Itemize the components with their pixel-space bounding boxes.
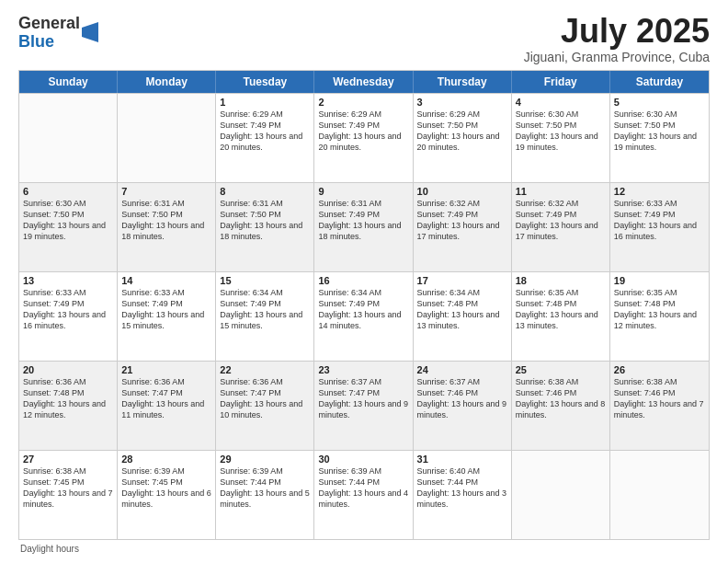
day-number: 27 (23, 454, 113, 465)
calendar-body: 1Sunrise: 6:29 AM Sunset: 7:49 PM Daylig… (19, 93, 709, 539)
day-info: Sunrise: 6:39 AM Sunset: 7:45 PM Dayligh… (121, 465, 211, 511)
day-cell-28: 28Sunrise: 6:39 AM Sunset: 7:45 PM Dayli… (118, 451, 216, 539)
day-info: Sunrise: 6:30 AM Sunset: 7:50 PM Dayligh… (23, 198, 113, 243)
day-info: Sunrise: 6:31 AM Sunset: 7:49 PM Dayligh… (318, 198, 408, 243)
header: General Blue July 2025 Jiguani, Granma P… (18, 15, 710, 64)
day-info: Sunrise: 6:32 AM Sunset: 7:49 PM Dayligh… (516, 198, 606, 243)
calendar-header: SundayMondayTuesdayWednesdayThursdayFrid… (19, 71, 709, 93)
day-number: 22 (220, 364, 310, 375)
day-number: 10 (417, 186, 507, 197)
location: Jiguani, Granma Province, Cuba (524, 50, 710, 64)
month-title: July 2025 (524, 15, 710, 48)
day-cell-5: 5Sunrise: 6:30 AM Sunset: 7:50 PM Daylig… (610, 94, 709, 182)
day-cell-19: 19Sunrise: 6:35 AM Sunset: 7:48 PM Dayli… (610, 272, 709, 361)
header-day-sunday: Sunday (19, 71, 118, 93)
day-info: Sunrise: 6:38 AM Sunset: 7:46 PM Dayligh… (516, 376, 606, 421)
logo-general: General (18, 15, 80, 33)
day-cell-15: 15Sunrise: 6:34 AM Sunset: 7:49 PM Dayli… (216, 272, 314, 361)
day-number: 18 (516, 275, 606, 286)
day-number: 15 (220, 275, 310, 286)
day-cell-25: 25Sunrise: 6:38 AM Sunset: 7:46 PM Dayli… (512, 362, 610, 450)
day-number: 9 (318, 186, 408, 197)
day-cell-3: 3Sunrise: 6:29 AM Sunset: 7:50 PM Daylig… (414, 94, 512, 182)
day-info: Sunrise: 6:36 AM Sunset: 7:47 PM Dayligh… (220, 376, 310, 421)
header-day-wednesday: Wednesday (314, 71, 413, 93)
day-number: 17 (417, 275, 507, 286)
day-cell-1: 1Sunrise: 6:29 AM Sunset: 7:49 PM Daylig… (216, 94, 314, 182)
logo-icon (82, 22, 98, 42)
day-number: 19 (614, 275, 705, 286)
day-info: Sunrise: 6:37 AM Sunset: 7:47 PM Dayligh… (318, 376, 408, 421)
day-number: 14 (121, 275, 211, 286)
day-number: 16 (318, 275, 408, 286)
day-cell-empty (610, 451, 709, 539)
day-cell-11: 11Sunrise: 6:32 AM Sunset: 7:49 PM Dayli… (512, 183, 610, 271)
day-info: Sunrise: 6:35 AM Sunset: 7:48 PM Dayligh… (516, 287, 606, 332)
day-info: Sunrise: 6:39 AM Sunset: 7:44 PM Dayligh… (220, 465, 310, 511)
day-cell-13: 13Sunrise: 6:33 AM Sunset: 7:49 PM Dayli… (19, 272, 118, 361)
day-info: Sunrise: 6:40 AM Sunset: 7:44 PM Dayligh… (417, 465, 507, 511)
day-number: 3 (417, 97, 507, 108)
day-number: 12 (614, 186, 705, 197)
day-cell-4: 4Sunrise: 6:30 AM Sunset: 7:50 PM Daylig… (512, 94, 610, 182)
day-cell-9: 9Sunrise: 6:31 AM Sunset: 7:49 PM Daylig… (314, 183, 413, 271)
day-cell-29: 29Sunrise: 6:39 AM Sunset: 7:44 PM Dayli… (216, 451, 314, 539)
day-number: 20 (23, 364, 113, 375)
day-info: Sunrise: 6:31 AM Sunset: 7:50 PM Dayligh… (121, 198, 211, 243)
day-info: Sunrise: 6:35 AM Sunset: 7:48 PM Dayligh… (614, 287, 705, 332)
day-cell-18: 18Sunrise: 6:35 AM Sunset: 7:48 PM Dayli… (512, 272, 610, 361)
day-cell-27: 27Sunrise: 6:38 AM Sunset: 7:45 PM Dayli… (19, 451, 118, 539)
day-cell-12: 12Sunrise: 6:33 AM Sunset: 7:49 PM Dayli… (610, 183, 709, 271)
week-row-3: 13Sunrise: 6:33 AM Sunset: 7:49 PM Dayli… (19, 271, 709, 361)
footer-text: Daylight hours (20, 544, 79, 554)
day-cell-empty (19, 94, 118, 182)
day-info: Sunrise: 6:33 AM Sunset: 7:49 PM Dayligh… (614, 198, 705, 243)
day-cell-16: 16Sunrise: 6:34 AM Sunset: 7:49 PM Dayli… (314, 272, 413, 361)
day-info: Sunrise: 6:32 AM Sunset: 7:49 PM Dayligh… (417, 198, 507, 243)
day-cell-20: 20Sunrise: 6:36 AM Sunset: 7:48 PM Dayli… (19, 362, 118, 450)
day-info: Sunrise: 6:29 AM Sunset: 7:49 PM Dayligh… (318, 109, 408, 154)
footer: Daylight hours (18, 544, 710, 554)
day-cell-30: 30Sunrise: 6:39 AM Sunset: 7:44 PM Dayli… (314, 451, 413, 539)
day-info: Sunrise: 6:33 AM Sunset: 7:49 PM Dayligh… (23, 287, 113, 332)
day-number: 28 (121, 454, 211, 465)
day-info: Sunrise: 6:29 AM Sunset: 7:50 PM Dayligh… (417, 109, 507, 154)
day-cell-24: 24Sunrise: 6:37 AM Sunset: 7:46 PM Dayli… (414, 362, 512, 450)
week-row-5: 27Sunrise: 6:38 AM Sunset: 7:45 PM Dayli… (19, 450, 709, 539)
header-day-tuesday: Tuesday (216, 71, 314, 93)
day-number: 13 (23, 275, 113, 286)
svg-marker-0 (82, 22, 98, 42)
day-number: 2 (318, 97, 408, 108)
day-number: 26 (614, 364, 705, 375)
day-cell-31: 31Sunrise: 6:40 AM Sunset: 7:44 PM Dayli… (414, 451, 512, 539)
day-cell-empty (512, 451, 610, 539)
day-info: Sunrise: 6:34 AM Sunset: 7:49 PM Dayligh… (318, 287, 408, 332)
week-row-2: 6Sunrise: 6:30 AM Sunset: 7:50 PM Daylig… (19, 182, 709, 271)
logo-blue: Blue (18, 33, 80, 52)
day-cell-empty (118, 94, 216, 182)
day-cell-21: 21Sunrise: 6:36 AM Sunset: 7:47 PM Dayli… (118, 362, 216, 450)
day-cell-14: 14Sunrise: 6:33 AM Sunset: 7:49 PM Dayli… (118, 272, 216, 361)
day-cell-6: 6Sunrise: 6:30 AM Sunset: 7:50 PM Daylig… (19, 183, 118, 271)
day-info: Sunrise: 6:33 AM Sunset: 7:49 PM Dayligh… (121, 287, 211, 332)
day-info: Sunrise: 6:34 AM Sunset: 7:49 PM Dayligh… (220, 287, 310, 332)
day-cell-22: 22Sunrise: 6:36 AM Sunset: 7:47 PM Dayli… (216, 362, 314, 450)
day-number: 8 (220, 186, 310, 197)
page: General Blue July 2025 Jiguani, Granma P… (0, 0, 728, 563)
day-cell-10: 10Sunrise: 6:32 AM Sunset: 7:49 PM Dayli… (414, 183, 512, 271)
day-cell-7: 7Sunrise: 6:31 AM Sunset: 7:50 PM Daylig… (118, 183, 216, 271)
week-row-4: 20Sunrise: 6:36 AM Sunset: 7:48 PM Dayli… (19, 361, 709, 450)
header-day-friday: Friday (512, 71, 610, 93)
day-number: 7 (121, 186, 211, 197)
day-number: 31 (417, 454, 507, 465)
day-number: 25 (516, 364, 606, 375)
day-info: Sunrise: 6:38 AM Sunset: 7:46 PM Dayligh… (614, 376, 705, 421)
day-number: 29 (220, 454, 310, 465)
title-section: July 2025 Jiguani, Granma Province, Cuba (524, 15, 710, 64)
day-info: Sunrise: 6:37 AM Sunset: 7:46 PM Dayligh… (417, 376, 507, 421)
day-cell-17: 17Sunrise: 6:34 AM Sunset: 7:48 PM Dayli… (414, 272, 512, 361)
day-info: Sunrise: 6:29 AM Sunset: 7:49 PM Dayligh… (220, 109, 310, 154)
day-cell-8: 8Sunrise: 6:31 AM Sunset: 7:50 PM Daylig… (216, 183, 314, 271)
day-number: 23 (318, 364, 408, 375)
day-number: 24 (417, 364, 507, 375)
